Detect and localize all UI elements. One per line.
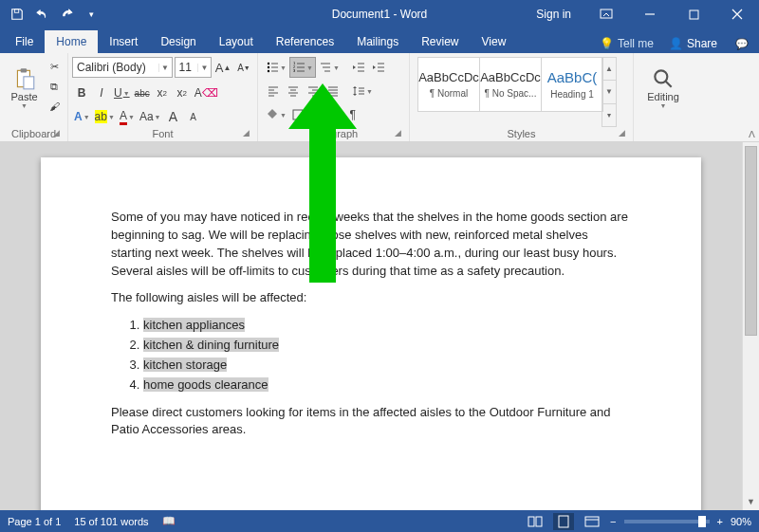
editing-button[interactable]: Editing ▼ bbox=[638, 55, 689, 119]
list-item: home goods clearance bbox=[143, 376, 631, 394]
sort-button[interactable]: AZ↓ bbox=[322, 104, 342, 125]
style-no-spacing[interactable]: AaBbCcDc¶ No Spac... bbox=[479, 57, 542, 112]
group-clipboard: Paste ▼ ✂ ⧉ 🖌 Clipboard◢ bbox=[0, 53, 68, 141]
svg-rect-53 bbox=[536, 517, 542, 526]
zoom-slider[interactable] bbox=[624, 520, 710, 523]
quick-access-toolbar: ▾ bbox=[0, 3, 102, 26]
body-paragraph: The following aisles will be affected: bbox=[111, 289, 631, 307]
web-layout-icon[interactable] bbox=[582, 513, 602, 530]
tab-review[interactable]: Review bbox=[410, 30, 470, 53]
change-case-button[interactable]: Aa▼ bbox=[138, 106, 163, 127]
svg-rect-5 bbox=[20, 68, 27, 72]
ribbon-display-options-icon[interactable] bbox=[584, 0, 628, 28]
underline-button[interactable]: U▼ bbox=[112, 83, 132, 103]
styles-scroll-down-icon[interactable]: ▼ bbox=[602, 81, 616, 103]
tab-design[interactable]: Design bbox=[149, 30, 207, 53]
styles-scroll-up-icon[interactable]: ▲ bbox=[602, 58, 616, 81]
share-button[interactable]: 👤Share bbox=[661, 37, 725, 50]
comments-icon[interactable]: 💬 bbox=[732, 34, 751, 53]
redo-icon[interactable] bbox=[55, 3, 78, 26]
spell-check-icon[interactable]: 📖 bbox=[162, 515, 176, 527]
grow-font-alt-button[interactable]: A bbox=[164, 106, 183, 127]
svg-rect-54 bbox=[559, 516, 568, 527]
zoom-slider-handle[interactable] bbox=[698, 516, 706, 527]
styles-expand-icon[interactable]: ▾ bbox=[602, 104, 616, 126]
tab-home[interactable]: Home bbox=[45, 30, 98, 53]
text-effects-button[interactable]: A▼ bbox=[72, 106, 92, 127]
chevron-down-icon: ▼ bbox=[158, 64, 172, 72]
align-center-button[interactable] bbox=[284, 81, 303, 101]
style-heading-1[interactable]: AaBbC(Heading 1 bbox=[541, 57, 603, 112]
tell-me[interactable]: 💡Tell me bbox=[600, 37, 654, 50]
word-count[interactable]: 15 of 101 words bbox=[74, 516, 148, 527]
paste-button[interactable]: Paste ▼ bbox=[4, 55, 45, 119]
numbering-button[interactable]: 123▼ bbox=[289, 57, 316, 78]
print-layout-icon[interactable] bbox=[553, 513, 574, 530]
italic-button[interactable]: I bbox=[92, 83, 111, 103]
show-marks-button[interactable]: ¶ bbox=[343, 104, 362, 125]
borders-button[interactable]: ▼ bbox=[289, 104, 314, 125]
read-mode-icon[interactable] bbox=[525, 513, 546, 530]
shrink-font-button[interactable]: A▼ bbox=[234, 57, 253, 78]
body-paragraph: Some of you may have noticed in recent w… bbox=[111, 209, 631, 280]
zoom-in-button[interactable]: + bbox=[717, 516, 723, 527]
sign-in-link[interactable]: Sign in bbox=[523, 8, 584, 21]
document-workspace: Some of you may have noticed in recent w… bbox=[0, 142, 759, 510]
close-button[interactable] bbox=[715, 0, 759, 28]
zoom-level[interactable]: 90% bbox=[731, 516, 751, 527]
format-painter-icon[interactable]: 🖌 bbox=[45, 97, 64, 116]
clipboard-launcher-icon[interactable]: ◢ bbox=[50, 128, 62, 139]
paragraph-launcher-icon[interactable]: ◢ bbox=[392, 128, 403, 139]
chevron-down-icon: ▼ bbox=[197, 64, 211, 72]
font-name-combo[interactable]: Calibri (Body)▼ bbox=[72, 57, 173, 78]
styles-launcher-icon[interactable]: ◢ bbox=[616, 128, 627, 139]
cut-icon[interactable]: ✂ bbox=[45, 57, 64, 76]
highlight-button[interactable]: ab▼ bbox=[93, 106, 117, 127]
body-paragraph: Please direct customers looking for item… bbox=[111, 404, 631, 440]
line-spacing-button[interactable]: ▼ bbox=[350, 81, 375, 101]
vertical-scrollbar[interactable]: ▲ ▼ bbox=[742, 142, 759, 510]
svg-point-8 bbox=[268, 66, 269, 68]
maximize-button[interactable] bbox=[672, 0, 715, 28]
scroll-down-icon[interactable]: ▼ bbox=[743, 493, 759, 510]
superscript-button[interactable]: x2 bbox=[173, 83, 192, 103]
shading-button[interactable]: ▼ bbox=[264, 104, 288, 125]
subscript-button[interactable]: x2 bbox=[153, 83, 172, 103]
font-launcher-icon[interactable]: ◢ bbox=[240, 128, 251, 139]
strikethrough-button[interactable]: abc bbox=[133, 83, 152, 103]
save-icon[interactable] bbox=[6, 3, 28, 26]
tab-layout[interactable]: Layout bbox=[208, 30, 265, 53]
zoom-out-button[interactable]: − bbox=[610, 516, 616, 527]
title-bar: ▾ Document1 - Word Sign in bbox=[0, 0, 759, 28]
page-indicator[interactable]: Page 1 of 1 bbox=[8, 516, 61, 527]
bold-button[interactable]: B bbox=[72, 83, 91, 103]
tab-file[interactable]: File bbox=[4, 30, 45, 53]
align-right-button[interactable] bbox=[304, 81, 323, 101]
page-scroll-area[interactable]: Some of you may have noticed in recent w… bbox=[0, 142, 742, 510]
tab-references[interactable]: References bbox=[265, 30, 345, 53]
grow-font-button[interactable]: A▲ bbox=[213, 57, 232, 78]
scrollbar-thumb[interactable] bbox=[745, 146, 757, 336]
copy-icon[interactable]: ⧉ bbox=[45, 77, 64, 96]
tab-insert[interactable]: Insert bbox=[98, 30, 149, 53]
style-normal[interactable]: AaBbCcDc¶ Normal bbox=[417, 57, 480, 112]
qat-customize-icon[interactable]: ▾ bbox=[80, 3, 102, 26]
status-bar: Page 1 of 1 15 of 101 words 📖 − + 90% bbox=[0, 510, 759, 532]
font-color-button[interactable]: A▼ bbox=[118, 106, 137, 127]
bullets-button[interactable]: ▼ bbox=[264, 57, 288, 78]
minimize-button[interactable] bbox=[628, 0, 672, 28]
multilevel-list-button[interactable]: ▼ bbox=[317, 57, 342, 78]
lightbulb-icon: 💡 bbox=[600, 37, 614, 50]
document-page[interactable]: Some of you may have noticed in recent w… bbox=[41, 157, 701, 510]
justify-button[interactable] bbox=[324, 81, 342, 101]
shrink-font-alt-button[interactable]: A bbox=[184, 106, 203, 127]
collapse-ribbon-icon[interactable]: ᐱ bbox=[749, 129, 755, 139]
decrease-indent-button[interactable] bbox=[349, 57, 368, 78]
font-size-combo[interactable]: 11▼ bbox=[175, 57, 212, 78]
increase-indent-button[interactable] bbox=[369, 57, 388, 78]
tab-view[interactable]: View bbox=[471, 30, 518, 53]
clear-formatting-icon[interactable]: A⌫ bbox=[193, 83, 220, 103]
align-left-button[interactable] bbox=[264, 81, 283, 101]
undo-icon[interactable] bbox=[30, 3, 53, 26]
tab-mailings[interactable]: Mailings bbox=[345, 30, 410, 53]
